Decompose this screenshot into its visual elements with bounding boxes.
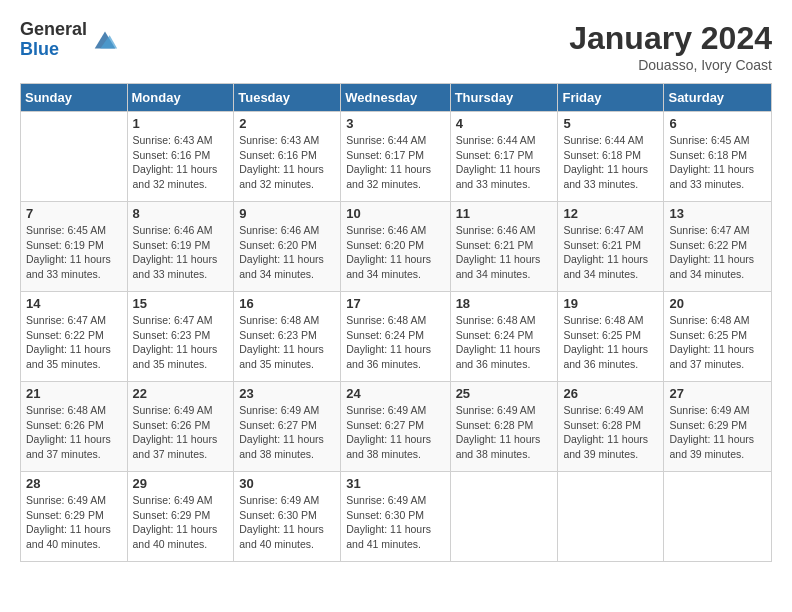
calendar-cell: 23Sunrise: 6:49 AMSunset: 6:27 PMDayligh… (234, 382, 341, 472)
day-number: 21 (26, 386, 122, 401)
day-number: 16 (239, 296, 335, 311)
day-number: 1 (133, 116, 229, 131)
calendar-cell: 22Sunrise: 6:49 AMSunset: 6:26 PMDayligh… (127, 382, 234, 472)
day-number: 29 (133, 476, 229, 491)
calendar-cell: 7Sunrise: 6:45 AMSunset: 6:19 PMDaylight… (21, 202, 128, 292)
day-number: 26 (563, 386, 658, 401)
calendar-cell: 15Sunrise: 6:47 AMSunset: 6:23 PMDayligh… (127, 292, 234, 382)
logo: General Blue (20, 20, 119, 60)
calendar-cell: 4Sunrise: 6:44 AMSunset: 6:17 PMDaylight… (450, 112, 558, 202)
calendar-cell (450, 472, 558, 562)
day-number: 27 (669, 386, 766, 401)
calendar-week-row: 1Sunrise: 6:43 AMSunset: 6:16 PMDaylight… (21, 112, 772, 202)
day-of-week-header: Wednesday (341, 84, 450, 112)
calendar-cell: 18Sunrise: 6:48 AMSunset: 6:24 PMDayligh… (450, 292, 558, 382)
day-info: Sunrise: 6:46 AMSunset: 6:20 PMDaylight:… (239, 223, 335, 282)
calendar-cell: 14Sunrise: 6:47 AMSunset: 6:22 PMDayligh… (21, 292, 128, 382)
day-number: 5 (563, 116, 658, 131)
calendar-cell: 21Sunrise: 6:48 AMSunset: 6:26 PMDayligh… (21, 382, 128, 472)
day-info: Sunrise: 6:49 AMSunset: 6:28 PMDaylight:… (456, 403, 553, 462)
calendar-cell: 1Sunrise: 6:43 AMSunset: 6:16 PMDaylight… (127, 112, 234, 202)
calendar-week-row: 28Sunrise: 6:49 AMSunset: 6:29 PMDayligh… (21, 472, 772, 562)
month-year-title: January 2024 (569, 20, 772, 57)
day-number: 13 (669, 206, 766, 221)
day-info: Sunrise: 6:49 AMSunset: 6:29 PMDaylight:… (26, 493, 122, 552)
calendar-cell: 24Sunrise: 6:49 AMSunset: 6:27 PMDayligh… (341, 382, 450, 472)
day-number: 7 (26, 206, 122, 221)
calendar-cell: 3Sunrise: 6:44 AMSunset: 6:17 PMDaylight… (341, 112, 450, 202)
calendar-week-row: 21Sunrise: 6:48 AMSunset: 6:26 PMDayligh… (21, 382, 772, 472)
logo-general: General (20, 20, 87, 40)
calendar-week-row: 14Sunrise: 6:47 AMSunset: 6:22 PMDayligh… (21, 292, 772, 382)
day-of-week-header: Monday (127, 84, 234, 112)
day-number: 10 (346, 206, 444, 221)
day-number: 25 (456, 386, 553, 401)
day-of-week-header: Friday (558, 84, 664, 112)
day-number: 12 (563, 206, 658, 221)
calendar-cell: 31Sunrise: 6:49 AMSunset: 6:30 PMDayligh… (341, 472, 450, 562)
day-info: Sunrise: 6:45 AMSunset: 6:18 PMDaylight:… (669, 133, 766, 192)
location-subtitle: Douasso, Ivory Coast (569, 57, 772, 73)
day-info: Sunrise: 6:49 AMSunset: 6:26 PMDaylight:… (133, 403, 229, 462)
calendar-week-row: 7Sunrise: 6:45 AMSunset: 6:19 PMDaylight… (21, 202, 772, 292)
calendar-cell: 13Sunrise: 6:47 AMSunset: 6:22 PMDayligh… (664, 202, 772, 292)
day-of-week-header: Thursday (450, 84, 558, 112)
day-number: 17 (346, 296, 444, 311)
calendar-cell: 11Sunrise: 6:46 AMSunset: 6:21 PMDayligh… (450, 202, 558, 292)
day-info: Sunrise: 6:46 AMSunset: 6:20 PMDaylight:… (346, 223, 444, 282)
calendar-cell: 6Sunrise: 6:45 AMSunset: 6:18 PMDaylight… (664, 112, 772, 202)
day-info: Sunrise: 6:46 AMSunset: 6:19 PMDaylight:… (133, 223, 229, 282)
day-number: 3 (346, 116, 444, 131)
day-number: 6 (669, 116, 766, 131)
day-number: 14 (26, 296, 122, 311)
day-number: 9 (239, 206, 335, 221)
day-info: Sunrise: 6:49 AMSunset: 6:27 PMDaylight:… (346, 403, 444, 462)
day-info: Sunrise: 6:43 AMSunset: 6:16 PMDaylight:… (239, 133, 335, 192)
calendar-cell: 5Sunrise: 6:44 AMSunset: 6:18 PMDaylight… (558, 112, 664, 202)
calendar-cell: 28Sunrise: 6:49 AMSunset: 6:29 PMDayligh… (21, 472, 128, 562)
logo-icon (91, 26, 119, 54)
day-info: Sunrise: 6:46 AMSunset: 6:21 PMDaylight:… (456, 223, 553, 282)
calendar-cell: 2Sunrise: 6:43 AMSunset: 6:16 PMDaylight… (234, 112, 341, 202)
day-info: Sunrise: 6:44 AMSunset: 6:18 PMDaylight:… (563, 133, 658, 192)
day-number: 15 (133, 296, 229, 311)
day-number: 20 (669, 296, 766, 311)
title-area: January 2024 Douasso, Ivory Coast (569, 20, 772, 73)
day-number: 24 (346, 386, 444, 401)
day-number: 31 (346, 476, 444, 491)
day-info: Sunrise: 6:47 AMSunset: 6:22 PMDaylight:… (669, 223, 766, 282)
day-info: Sunrise: 6:48 AMSunset: 6:25 PMDaylight:… (563, 313, 658, 372)
day-number: 28 (26, 476, 122, 491)
day-info: Sunrise: 6:49 AMSunset: 6:27 PMDaylight:… (239, 403, 335, 462)
calendar-cell: 17Sunrise: 6:48 AMSunset: 6:24 PMDayligh… (341, 292, 450, 382)
calendar-cell: 20Sunrise: 6:48 AMSunset: 6:25 PMDayligh… (664, 292, 772, 382)
calendar-cell (664, 472, 772, 562)
calendar-cell: 16Sunrise: 6:48 AMSunset: 6:23 PMDayligh… (234, 292, 341, 382)
calendar-cell: 19Sunrise: 6:48 AMSunset: 6:25 PMDayligh… (558, 292, 664, 382)
day-info: Sunrise: 6:49 AMSunset: 6:29 PMDaylight:… (669, 403, 766, 462)
day-number: 2 (239, 116, 335, 131)
calendar-cell: 30Sunrise: 6:49 AMSunset: 6:30 PMDayligh… (234, 472, 341, 562)
day-info: Sunrise: 6:48 AMSunset: 6:26 PMDaylight:… (26, 403, 122, 462)
day-of-week-header: Sunday (21, 84, 128, 112)
day-info: Sunrise: 6:49 AMSunset: 6:29 PMDaylight:… (133, 493, 229, 552)
day-of-week-header: Tuesday (234, 84, 341, 112)
calendar-cell: 12Sunrise: 6:47 AMSunset: 6:21 PMDayligh… (558, 202, 664, 292)
calendar-cell (558, 472, 664, 562)
day-number: 8 (133, 206, 229, 221)
day-info: Sunrise: 6:48 AMSunset: 6:24 PMDaylight:… (456, 313, 553, 372)
page-header: General Blue January 2024 Douasso, Ivory… (20, 20, 772, 73)
day-number: 19 (563, 296, 658, 311)
day-info: Sunrise: 6:49 AMSunset: 6:30 PMDaylight:… (346, 493, 444, 552)
calendar-header-row: SundayMondayTuesdayWednesdayThursdayFrid… (21, 84, 772, 112)
day-info: Sunrise: 6:45 AMSunset: 6:19 PMDaylight:… (26, 223, 122, 282)
day-info: Sunrise: 6:47 AMSunset: 6:21 PMDaylight:… (563, 223, 658, 282)
day-number: 23 (239, 386, 335, 401)
day-info: Sunrise: 6:47 AMSunset: 6:22 PMDaylight:… (26, 313, 122, 372)
day-of-week-header: Saturday (664, 84, 772, 112)
day-number: 11 (456, 206, 553, 221)
logo-text: General Blue (20, 20, 87, 60)
calendar-cell: 25Sunrise: 6:49 AMSunset: 6:28 PMDayligh… (450, 382, 558, 472)
day-number: 22 (133, 386, 229, 401)
day-info: Sunrise: 6:48 AMSunset: 6:24 PMDaylight:… (346, 313, 444, 372)
